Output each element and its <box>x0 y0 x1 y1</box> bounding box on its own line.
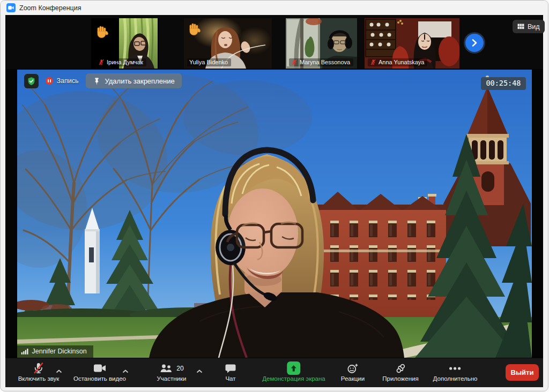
zoom-logo-icon <box>6 3 16 12</box>
chat-icon <box>225 362 236 374</box>
next-arrow-icon <box>470 39 479 47</box>
mic-muted-icon <box>370 59 376 65</box>
zoom-window: Zoom Конференция <box>0 0 548 391</box>
meeting-content: Ірина Думчак <box>5 15 543 387</box>
participants-options-chevron[interactable] <box>197 366 203 375</box>
more-dots-icon <box>449 362 462 374</box>
security-shield-icon[interactable] <box>24 74 39 88</box>
participant-nameplate: Yuliya Bidenko <box>187 58 231 66</box>
next-participants-button[interactable] <box>465 34 484 52</box>
share-screen-button[interactable]: Демонстрация экрана <box>262 362 325 382</box>
signal-bars-icon <box>21 348 29 355</box>
participant-tile[interactable]: Anna Yunatskaya <box>365 18 459 69</box>
gallery-strip: Ірина Думчак <box>5 15 543 69</box>
participant-tile[interactable]: Ірина Думчак <box>91 18 159 69</box>
reactions-button[interactable]: Реакции <box>341 362 365 382</box>
speaker-nameplate: Jennifer Dickinson <box>17 345 93 358</box>
participants-icon <box>159 364 173 373</box>
stop-video-button[interactable]: Остановить видео <box>73 362 126 382</box>
speaker-video-scene <box>17 70 532 358</box>
mic-muted-icon <box>98 59 105 65</box>
participant-nameplate: Anna Yunatskaya <box>368 58 427 66</box>
camera-icon <box>93 362 107 374</box>
window-titlebar[interactable]: Zoom Конференция <box>1 1 548 15</box>
view-button[interactable]: Вид <box>513 20 545 33</box>
meeting-toolbar: Включить звук Остановить видео <box>5 358 543 387</box>
main-stage: Запись Удалить закрепление 00:25:48 Jenn… <box>5 69 543 358</box>
window-title: Zoom Конференция <box>19 4 81 12</box>
grid-view-icon <box>517 24 524 29</box>
apps-button[interactable]: Приложения <box>382 362 418 382</box>
chevron-up-icon <box>123 370 129 373</box>
chevron-up-icon <box>56 370 62 373</box>
mute-options-chevron[interactable] <box>56 366 62 375</box>
participant-tile[interactable]: Maryna Bessonova <box>286 18 357 69</box>
participants-count: 20 <box>176 365 183 372</box>
chat-button[interactable]: Чат <box>225 362 236 382</box>
participant-tile[interactable]: Yuliya Bidenko <box>184 18 272 69</box>
chevron-up-icon <box>197 370 203 373</box>
raised-hand-icon <box>95 25 109 39</box>
participant-nameplate: Ірина Думчак <box>96 58 146 66</box>
participants-button[interactable]: 20 Участники <box>157 362 187 382</box>
unpin-button[interactable]: Удалить закрепление <box>86 73 182 88</box>
participant-nameplate: Maryna Bessonova <box>289 58 353 66</box>
reactions-icon <box>347 362 359 374</box>
mic-muted-icon <box>291 59 298 65</box>
record-dot-icon <box>46 77 53 85</box>
video-options-chevron[interactable] <box>123 366 129 375</box>
recording-indicator: Запись <box>46 77 79 85</box>
raised-hand-icon <box>187 22 201 36</box>
meeting-timer: 00:25:48 <box>481 77 525 90</box>
leave-button[interactable]: Выйти <box>506 364 539 381</box>
apps-icon <box>395 362 406 374</box>
share-screen-icon <box>287 361 300 375</box>
mic-icon <box>33 362 44 374</box>
pinned-video[interactable]: Запись Удалить закрепление 00:25:48 Jenn… <box>17 70 532 358</box>
more-button[interactable]: Дополнительно <box>433 362 478 382</box>
pin-icon <box>93 77 101 85</box>
mute-button[interactable]: Включить звук <box>18 362 60 382</box>
